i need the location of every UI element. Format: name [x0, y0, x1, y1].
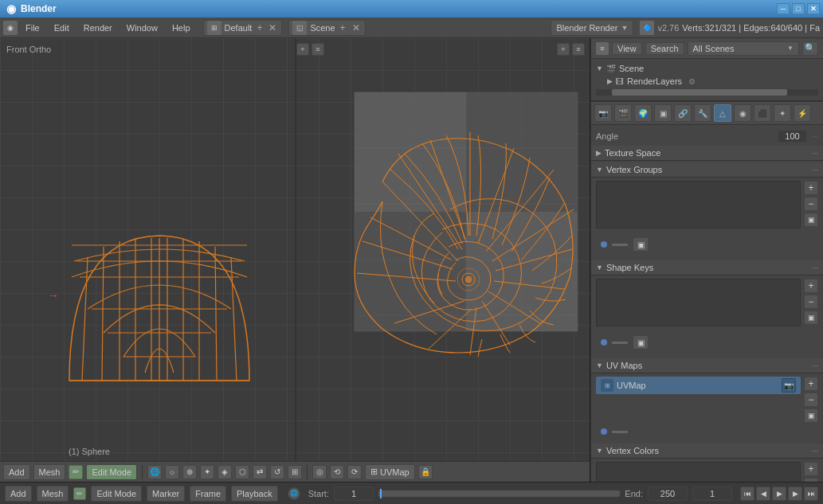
vg-sq-button[interactable]: ▣	[633, 237, 649, 252]
menu-file[interactable]: File	[19, 21, 46, 34]
workspace-selector[interactable]: ⊞ Default + ✕	[203, 20, 283, 36]
uv-icon-3[interactable]: ⟳	[347, 465, 362, 479]
scene-close-button[interactable]: ✕	[351, 22, 362, 33]
scene-icon: 🎬	[606, 64, 616, 73]
prop-scene-icon[interactable]: 🎬	[614, 104, 632, 122]
sk-sq-button[interactable]: ▣	[633, 335, 649, 350]
vertex-groups-header[interactable]: ▼ Vertex Groups ···	[591, 162, 823, 178]
minimize-button[interactable]: ─	[777, 3, 790, 14]
add-menu-button[interactable]: Add	[3, 464, 30, 480]
workspace-close-button[interactable]: ✕	[267, 22, 278, 33]
status-edit-icon[interactable]: ✏	[73, 487, 86, 500]
uv-icon-2[interactable]: ⟲	[330, 465, 344, 479]
prop-render-icon[interactable]: 📷	[594, 104, 612, 122]
prop-particles-icon[interactable]: ✦	[774, 104, 791, 122]
shape-keys-section: ▼ Shape Keys ··· + − ▣	[591, 260, 823, 357]
prop-world-icon[interactable]: 🌍	[634, 104, 652, 122]
engine-selector[interactable]: Blender Render ▼	[551, 20, 633, 36]
sk-remove-button[interactable]: −	[804, 295, 818, 309]
shape-keys-header[interactable]: ▼ Shape Keys ···	[591, 260, 823, 275]
sk-special-button[interactable]: ▣	[804, 311, 818, 325]
uv-nav-add-icon[interactable]: +	[296, 43, 309, 56]
prop-material-icon[interactable]: ◉	[734, 104, 751, 122]
render-arrow: ▶	[607, 77, 613, 85]
viewport-icon-1[interactable]: 🌐	[147, 465, 162, 479]
uv-nav-settings-icon[interactable]: ≡	[312, 43, 324, 56]
status-mesh-button[interactable]: Mesh	[37, 486, 69, 502]
prop-object-icon[interactable]: ▣	[654, 104, 672, 122]
uv-add-button[interactable]: +	[804, 377, 818, 391]
vg-special-button[interactable]: ▣	[804, 213, 818, 227]
mesh-menu-button[interactable]: Mesh	[33, 464, 66, 480]
rpanel-search-button[interactable]: 🔍	[802, 41, 818, 56]
search-button[interactable]: Search	[645, 42, 684, 55]
prop-data-icon[interactable]: △	[714, 104, 731, 122]
viewport-icon-2[interactable]: ☼	[165, 465, 179, 479]
jump-end-button[interactable]: ⏭	[804, 486, 818, 501]
texture-space-header[interactable]: ▶ Texture Space ···	[591, 146, 823, 161]
play-button[interactable]: ▶	[772, 486, 786, 501]
nav-add-icon[interactable]: +	[557, 43, 570, 56]
uvmap-camera-button[interactable]: 📷	[782, 378, 796, 393]
uv-remove-button[interactable]: −	[804, 393, 818, 407]
move-icon[interactable]: ⇄	[253, 465, 267, 479]
scale-icon[interactable]: ⊞	[288, 465, 302, 479]
jump-start-button[interactable]: ⏮	[740, 486, 754, 501]
uv-maps-header[interactable]: ▼ UV Maps ···	[591, 358, 823, 373]
uv-icon-1[interactable]: ◎	[312, 465, 327, 479]
vg-add-button[interactable]: +	[804, 181, 818, 195]
vg-remove-button[interactable]: −	[804, 197, 818, 211]
uv-lock-icon[interactable]: 🔒	[418, 465, 433, 479]
nav-settings-icon[interactable]: ≡	[572, 43, 585, 56]
magnet-icon[interactable]: ⊕	[182, 465, 197, 479]
edit-mode-icon[interactable]: ✏	[69, 465, 83, 479]
texture-space-section: ▶ Texture Space ···	[591, 146, 823, 161]
start-frame-input[interactable]: 1	[334, 486, 374, 501]
uv-map-selector[interactable]: ⊞ UVMap	[365, 464, 415, 480]
viewport-nav: + ≡	[557, 43, 585, 56]
rotate-icon[interactable]: ↺	[270, 465, 284, 479]
uvmap-item[interactable]: ⊞ UVMap 📷	[596, 377, 801, 394]
current-frame-input[interactable]: 1	[692, 486, 732, 501]
scene-selector[interactable]: ◱ Scene + ✕	[288, 20, 365, 36]
pivot-icon[interactable]: ◈	[218, 465, 232, 479]
mode-button[interactable]: Edit Mode	[86, 464, 137, 480]
vc-add-button[interactable]: +	[804, 462, 818, 476]
vg-controls: + − ▣	[804, 181, 818, 227]
scene-scrollbar[interactable]	[596, 89, 818, 96]
close-button[interactable]: ✕	[807, 3, 820, 14]
status-marker-button[interactable]: Marker	[147, 486, 185, 502]
uv-viewport-nav: + ≡	[296, 43, 324, 56]
sk-list-row: + − ▣	[596, 279, 818, 330]
workspace-add-button[interactable]: +	[255, 22, 264, 33]
scenes-dropdown[interactable]: All Scenes ▼	[688, 41, 799, 56]
uv-bottom-row	[596, 426, 818, 437]
angle-value[interactable]: 100	[778, 130, 806, 143]
end-frame-input[interactable]: 250	[648, 486, 688, 501]
status-frame-button[interactable]: Frame	[190, 486, 226, 502]
menu-edit[interactable]: Edit	[48, 21, 76, 34]
status-mode-button[interactable]: Edit Mode	[91, 486, 142, 502]
menu-render[interactable]: Render	[77, 21, 119, 34]
menu-help[interactable]: Help	[166, 21, 197, 34]
view-button[interactable]: View	[612, 42, 642, 55]
transform2-icon[interactable]: ⬡	[235, 465, 249, 479]
scene-add-button[interactable]: +	[339, 22, 347, 33]
maximize-button[interactable]: □	[792, 3, 805, 14]
prop-texture-icon[interactable]: ⬛	[754, 104, 771, 122]
uv-dots-icon: ···	[812, 361, 818, 370]
timeline-track[interactable]	[378, 490, 620, 497]
prev-frame-button[interactable]: ◀	[756, 486, 770, 501]
prop-physics-icon[interactable]: ⚡	[794, 104, 811, 122]
menu-window[interactable]: Window	[120, 21, 164, 34]
status-playback-button[interactable]: Playback	[231, 486, 278, 502]
globe-icon[interactable]: 🌐	[288, 487, 300, 500]
next-frame-button[interactable]: ▶	[788, 486, 802, 501]
vertex-colors-header[interactable]: ▼ Vertex Colors ···	[591, 443, 823, 459]
status-add-button[interactable]: Add	[5, 486, 32, 502]
prop-constraints-icon[interactable]: 🔗	[674, 104, 692, 122]
transform-icon[interactable]: ✦	[200, 465, 214, 479]
uv-special-button[interactable]: ▣	[804, 408, 818, 423]
sk-add-button[interactable]: +	[804, 279, 818, 293]
prop-modifier-icon[interactable]: 🔧	[694, 104, 711, 122]
